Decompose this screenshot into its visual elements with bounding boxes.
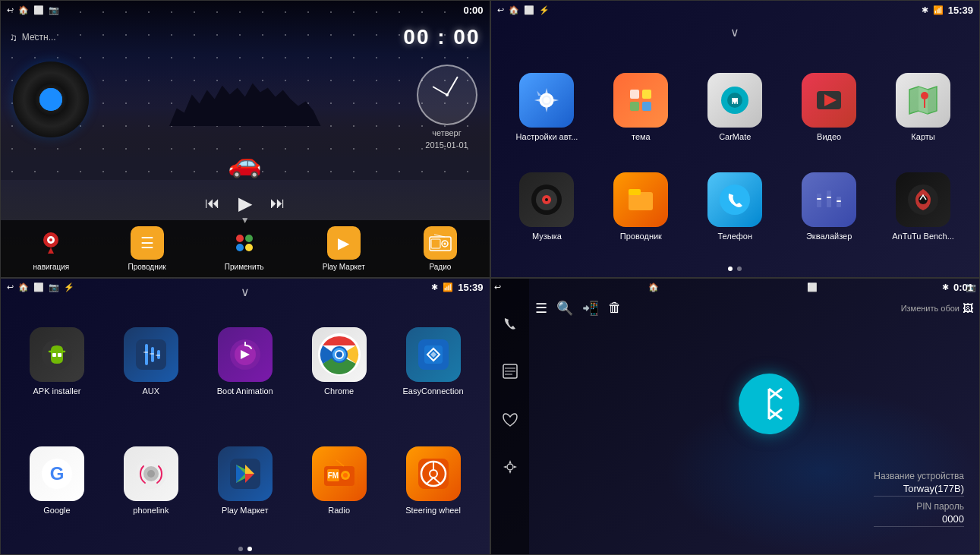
search-icon[interactable]: 🔍 — [556, 300, 573, 317]
playmarket-label: Play Маркет — [323, 263, 365, 271]
change-wallpaper-button[interactable]: Изменить обои 🖼 — [901, 302, 973, 314]
app-item-equalizer[interactable]: Эквалайзер — [785, 160, 873, 254]
app-item-phonelink[interactable]: phonelink — [107, 424, 195, 538]
sidebar-favorites[interactable] — [496, 405, 525, 437]
phone-icon — [707, 172, 762, 227]
svg-text:FM: FM — [327, 471, 338, 480]
svg-point-15 — [544, 97, 550, 103]
steering-label: Steering wheel — [405, 506, 461, 516]
svg-point-4 — [236, 235, 244, 242]
recents-icon[interactable]: ⬜ — [33, 5, 44, 15]
vinyl-record: ♪ — [13, 61, 89, 137]
svg-rect-33 — [629, 189, 641, 195]
back-icon[interactable]: ↩ — [7, 5, 14, 15]
svg-point-31 — [545, 198, 548, 201]
wifi-icon: 📶 — [933, 5, 944, 15]
app-item-music[interactable]: Музыка — [503, 160, 591, 254]
theme-label: тема — [632, 132, 651, 142]
app-item-phone[interactable]: Телефон — [691, 160, 779, 254]
app-item-settings[interactable]: Настройки авт... — [503, 61, 591, 154]
nav-navi[interactable]: навигация — [33, 226, 70, 271]
svg-rect-40 — [837, 200, 841, 202]
app-item-google[interactable]: G Google — [13, 424, 101, 538]
app-grid-top-right: Настройки авт... тема M — [491, 43, 980, 260]
local-label: Местн... — [22, 32, 56, 43]
svg-point-27 — [921, 92, 928, 99]
home-icon[interactable]: 🏠 — [509, 5, 519, 15]
app-item-antutu[interactable]: AnTuTu Bench... — [879, 160, 967, 254]
bottom-app-bar: навигация ☰ Проводник Применить ▶ — [1, 220, 490, 277]
app-item-maps[interactable]: Карты — [879, 61, 967, 154]
nav-radio[interactable]: Радио — [424, 226, 457, 271]
svg-rect-19 — [642, 102, 651, 111]
photo-icon[interactable]: 📷 — [49, 282, 59, 292]
transfer-icon[interactable]: 📲 — [582, 300, 599, 317]
play-button[interactable]: ▶ — [238, 193, 252, 214]
dot-1[interactable] — [238, 547, 243, 551]
sidebar-settings[interactable] — [496, 453, 525, 485]
phone-label: Телефон — [717, 232, 752, 241]
dot-1[interactable] — [728, 266, 733, 271]
nav-files[interactable]: ☰ Проводник — [128, 226, 165, 271]
apk-label: APK installer — [33, 386, 80, 396]
back-icon[interactable]: ↩ — [497, 5, 504, 15]
app-item-chrome[interactable]: Chrome — [295, 305, 383, 418]
app-item-video[interactable]: Видео — [785, 61, 873, 154]
recents-icon[interactable]: ⬜ — [33, 282, 44, 292]
svg-point-87 — [507, 464, 513, 470]
list-icon[interactable]: ☰ — [535, 300, 547, 317]
settings-label: Настройки авт... — [516, 132, 578, 142]
bluetooth-icon: ✱ — [922, 5, 928, 15]
app-item-playmarket[interactable]: Play Маркет — [201, 424, 289, 538]
svg-point-74 — [343, 473, 348, 478]
dropdown-arrow[interactable]: ∨ — [491, 22, 980, 43]
next-button[interactable]: ⏭ — [270, 194, 285, 212]
antutu-icon — [896, 172, 950, 227]
app-item-boot[interactable]: Boot Animation — [201, 305, 289, 418]
music-note-icon: ♫ — [10, 32, 17, 43]
svg-point-69 — [147, 470, 155, 478]
navi-label: навигация — [33, 263, 70, 271]
app-item-carmate[interactable]: M CarMate — [691, 61, 779, 154]
sidebar-phone[interactable] — [496, 309, 525, 342]
app-item-theme[interactable]: тема — [597, 61, 685, 154]
phonelink-icon — [124, 446, 178, 501]
svg-rect-53 — [150, 353, 154, 355]
pin-label: PIN пароль — [874, 501, 964, 512]
conductor-icon — [613, 172, 668, 227]
app-item-apk[interactable]: APK installer — [13, 305, 101, 418]
bluetooth-icon: ✱ — [431, 282, 438, 292]
svg-text:G: G — [50, 463, 65, 484]
music-player-screen: ↩ 🏠 ⬜ 📷 0:00 ♫ Местн... 00 : 00 ♪ 🚗 — [0, 0, 490, 278]
app-item-easy[interactable]: EasyConnection — [389, 305, 477, 418]
sidebar-contacts[interactable] — [496, 357, 525, 389]
bluetooth-symbol — [739, 374, 799, 434]
app-item-steering[interactable]: Steering wheel — [389, 424, 477, 538]
app-item-conductor[interactable]: Проводник — [597, 160, 685, 254]
play-center-icon: ♪ — [39, 88, 62, 111]
dot-2[interactable] — [737, 266, 742, 271]
equalizer-label: Эквалайзер — [806, 232, 852, 241]
change-wallpaper-label: Изменить обои — [901, 304, 960, 313]
equalizer-icon — [802, 172, 856, 227]
back-icon-br[interactable]: ↩ — [494, 282, 501, 292]
music-label: Музыка — [532, 232, 562, 241]
screenshot-icon[interactable]: 📷 — [49, 5, 59, 15]
scroll-down-indicator: ▼ — [241, 215, 250, 225]
home-icon[interactable]: 🏠 — [18, 282, 29, 292]
dot-2[interactable] — [247, 547, 252, 551]
svg-rect-39 — [827, 197, 831, 198]
video-icon — [802, 73, 856, 128]
prev-button[interactable]: ⏮ — [205, 194, 220, 212]
nav-apps[interactable]: Применить — [225, 226, 264, 271]
svg-point-2 — [49, 238, 52, 241]
nav-playmarket[interactable]: ▶ Play Маркет — [323, 226, 365, 271]
home-icon[interactable]: 🏠 — [18, 5, 29, 15]
back-icon[interactable]: ↩ — [7, 282, 14, 292]
app-item-radio[interactable]: FM Radio — [295, 424, 383, 538]
recents-icon[interactable]: ⬜ — [524, 5, 534, 15]
delete-icon[interactable]: 🗑 — [608, 300, 622, 316]
theme-icon — [613, 73, 668, 128]
antutu-label: AnTuTu Bench... — [892, 232, 954, 241]
app-item-aux[interactable]: AUX — [107, 305, 195, 418]
